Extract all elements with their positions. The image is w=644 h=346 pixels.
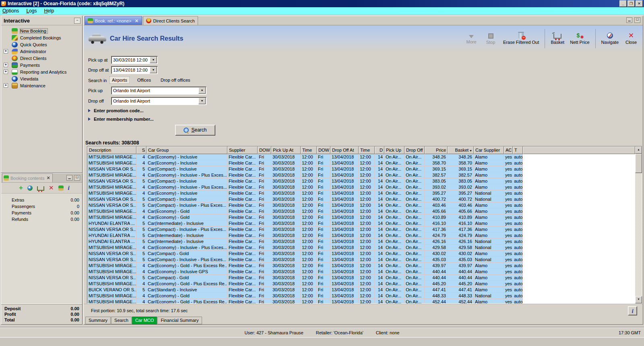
table-row[interactable]: HYUNDAI ELANTRA ... 5 Car(Intermediate) … xyxy=(87,220,523,227)
info-icon[interactable]: i xyxy=(68,185,70,190)
col-dow-1[interactable]: DOW xyxy=(258,146,271,154)
expand-toggle-icon[interactable] xyxy=(4,35,8,40)
pickup-at-field[interactable]: 30/03/2018 12:00 ▼ xyxy=(111,56,158,64)
window-minimize-button[interactable]: _ xyxy=(619,0,627,7)
table-row[interactable]: MITSUBISHI MIRAGE... 4 Car(Economy) - Go… xyxy=(87,263,523,269)
expand-toggle-icon[interactable]: + xyxy=(4,83,8,88)
booking-contents-row[interactable]: Payments 0.00 xyxy=(1,210,82,216)
table-row[interactable]: MITSUBISHI MIRAGE... 4 Car(Economy) - In… xyxy=(87,245,523,251)
table-row[interactable]: NISSAN VERSA OR S... 5 Car(Compact) - In… xyxy=(87,166,523,172)
table-row[interactable]: NISSAN VERSA OR S... 5 Car(Compact) - In… xyxy=(87,178,523,184)
chevron-down-icon[interactable]: ▼ xyxy=(150,67,157,73)
col-pick-up-at[interactable]: Pick Up At xyxy=(271,146,301,154)
col-time-1[interactable]: Time xyxy=(301,146,317,154)
col-pick-up[interactable]: Pick Up xyxy=(384,146,405,154)
panel-maximize-button[interactable]: ☐ xyxy=(634,17,640,23)
table-row[interactable]: MITSUBISHI MIRAGE... 4 Car(Economy) - In… xyxy=(87,269,523,275)
table-row[interactable]: HYUNDAI ELANTRA ... 5 Car(Intermediate) … xyxy=(87,233,523,239)
sidebar-item[interactable]: Direct Clients xyxy=(1,55,82,62)
col-description[interactable]: Description xyxy=(87,146,136,154)
booking-contents-row[interactable]: Extras 0.00 xyxy=(1,197,82,203)
window-close-button[interactable]: ✕ xyxy=(636,0,643,7)
expand-toggle-icon[interactable]: + xyxy=(4,70,8,74)
expand-toggle-icon[interactable]: + xyxy=(4,49,8,54)
tab-booking-ref[interactable]: Book. ref.: <none> ✕ xyxy=(85,16,142,25)
table-row[interactable]: MITSUBISHI MIRAGE... 4 Car(Economy) - In… xyxy=(87,154,523,160)
col-s[interactable]: S xyxy=(136,146,147,154)
booking-maximize-button[interactable]: ☐ xyxy=(74,175,80,181)
expand-toggle-icon[interactable] xyxy=(4,76,8,81)
col-drop-off[interactable]: Drop Off xyxy=(405,146,425,154)
close-button[interactable]: ✕ Close xyxy=(624,33,638,45)
table-row[interactable]: NISSAN VERSA OR S... 5 Car(Compact) - Go… xyxy=(87,275,523,281)
sidebar-item[interactable]: Quick Quotes xyxy=(1,41,82,48)
sidebar-item[interactable]: + Administrator xyxy=(1,48,82,55)
panel-minimize-button[interactable]: ▁ xyxy=(626,17,632,23)
col-car-group[interactable]: Car Group xyxy=(147,146,227,154)
window-restore-button[interactable]: ❐ xyxy=(627,0,635,7)
expand-toggle-icon[interactable]: + xyxy=(4,63,8,67)
booking-contents-close-icon[interactable]: ✕ xyxy=(46,175,50,181)
basket-icon[interactable] xyxy=(37,186,44,191)
tab-car-mco[interactable]: Car MCO xyxy=(132,317,157,324)
scroll-down-icon[interactable]: ▼ xyxy=(635,296,642,303)
col-supplier[interactable]: Supplier xyxy=(227,146,258,154)
menu-help[interactable]: Help xyxy=(44,8,54,14)
promo-code-disclosure[interactable]: Enter promotion code... xyxy=(88,108,143,113)
sidebar-item[interactable]: New Booking xyxy=(1,27,82,34)
menu-options[interactable]: Options xyxy=(2,8,19,14)
col-ac[interactable]: AC xyxy=(504,146,513,154)
chevron-down-icon[interactable]: ▼ xyxy=(198,98,206,104)
col-drop-off-at[interactable]: Drop Off At xyxy=(330,146,359,154)
booking-palm-icon[interactable] xyxy=(58,185,64,191)
membership-disclosure[interactable]: Enter membership number... xyxy=(88,117,154,122)
col-dow-2[interactable]: DOW xyxy=(317,146,330,154)
nett-price-button[interactable]: Nett Price xyxy=(570,33,589,45)
table-row[interactable]: MITSUBISHI MIRAGE... 4 Car(Economy) - In… xyxy=(87,190,523,196)
sidebar-item[interactable]: Completed Bookings xyxy=(1,34,82,41)
col-time-2[interactable]: Time xyxy=(359,146,375,154)
col-d[interactable]: D xyxy=(375,146,384,154)
expand-toggle-icon[interactable] xyxy=(4,56,8,60)
tab-close-icon[interactable]: ✕ xyxy=(135,18,139,24)
table-row[interactable]: MITSUBISHI MIRAGE... 4 Car(Economy) - In… xyxy=(87,160,523,166)
expand-toggle-icon[interactable] xyxy=(4,29,8,33)
add-icon[interactable]: + xyxy=(19,185,23,190)
chevron-down-icon[interactable]: ▼ xyxy=(150,57,157,63)
table-row[interactable]: MITSUBISHI MIRAGE... 4 Car(Economy) - Go… xyxy=(87,208,523,214)
booking-minimize-button[interactable]: ▁ xyxy=(66,175,72,181)
table-row[interactable]: MITSUBISHI MIRAGE... 4 Car(Economy) - Go… xyxy=(87,214,523,220)
table-row[interactable]: MITSUBISHI MIRAGE... 4 Car(Economy) - In… xyxy=(87,172,523,178)
col-car-supplier[interactable]: Car Supplier xyxy=(474,146,504,154)
table-row[interactable]: NISSAN VERSA OR S... 5 Car(Compact) - In… xyxy=(87,196,523,202)
booking-contents-row[interactable]: Passengers 0 xyxy=(1,203,82,210)
info-button[interactable]: i xyxy=(628,306,637,315)
table-row[interactable]: NISSAN VERSA OR S... 5 Car(Compact) - In… xyxy=(87,227,523,233)
menu-logs[interactable]: Logs xyxy=(26,8,37,14)
booking-contents-tab[interactable]: Booking contents ✕ xyxy=(2,173,53,182)
search-in-airports[interactable]: Airports xyxy=(109,76,130,84)
delete-icon[interactable]: ✕ xyxy=(49,185,54,190)
col-t[interactable]: T xyxy=(513,146,523,154)
expand-toggle-icon[interactable] xyxy=(4,42,8,47)
table-row[interactable]: MITSUBISHI MIRAGE... 4 Car(Economy) - Go… xyxy=(87,293,523,299)
search-in-dropoff-offices[interactable]: Drop off offices xyxy=(159,77,192,83)
sidebar-collapse-button[interactable]: − xyxy=(74,18,80,24)
erase-filtered-out-button[interactable]: Erase Filtered Out xyxy=(503,33,539,45)
tab-direct-clients-search[interactable]: Direct Clients Search xyxy=(143,16,198,25)
search-button[interactable]: Search xyxy=(175,125,215,136)
search-in-offices[interactable]: Offices xyxy=(135,77,153,83)
table-row[interactable]: MITSUBISHI MIRAGE... 4 Car(Economy) - Go… xyxy=(87,299,523,303)
table-row[interactable]: MITSUBISHI MIRAGE... 4 Car(Economy) - Go… xyxy=(87,281,523,287)
tab-financial-summary[interactable]: Financial Summary xyxy=(157,317,202,324)
table-row[interactable]: HYUNDAI ELANTRA ... 5 Car(Intermediate) … xyxy=(87,239,523,245)
sidebar-item[interactable]: + Payments xyxy=(1,62,82,68)
table-row[interactable]: NISSAN VERSA OR S... 5 Car(Compact) - In… xyxy=(87,257,523,263)
table-scrollbar[interactable]: ▲ ▼ xyxy=(635,146,642,303)
chevron-down-icon[interactable]: ▼ xyxy=(198,87,206,94)
booking-contents-row[interactable]: Refunds 0.00 xyxy=(1,216,82,222)
pickup-combo[interactable]: Orlando Intl Airport ▼ xyxy=(111,86,206,95)
navigate-button[interactable]: Navigate xyxy=(601,33,619,45)
dropoff-at-field[interactable]: 13/04/2018 12:00 ▼ xyxy=(111,66,158,74)
table-row[interactable]: BUICK VERANO OR S... 5 Car(Standard) - I… xyxy=(87,287,523,293)
